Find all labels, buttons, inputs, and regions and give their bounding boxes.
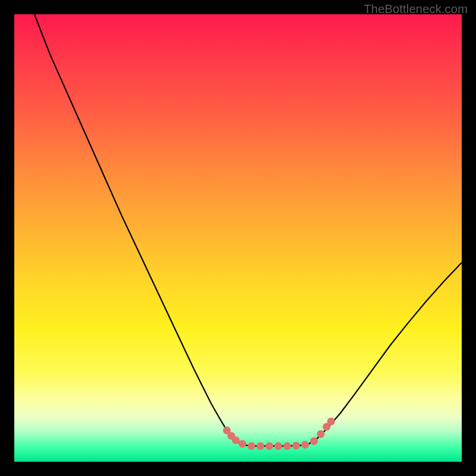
marker-dot [317,430,325,438]
bottleneck-curve [35,14,462,446]
marker-dot [232,436,240,444]
marker-dot [265,442,273,450]
chart-frame: TheBottleneck.com [0,0,476,476]
curve-svg [14,14,462,462]
marker-dot [256,442,264,450]
marker-dot [292,441,300,449]
marker-dot [283,442,291,450]
plot-area [14,14,462,462]
marker-dot [327,418,335,425]
marker-dot [239,440,246,447]
attribution-text: TheBottleneck.com [364,2,468,16]
marker-dot [310,437,318,445]
marker-group [223,418,335,450]
marker-dot [301,441,309,449]
marker-dot [274,442,282,450]
marker-dot [248,442,255,450]
